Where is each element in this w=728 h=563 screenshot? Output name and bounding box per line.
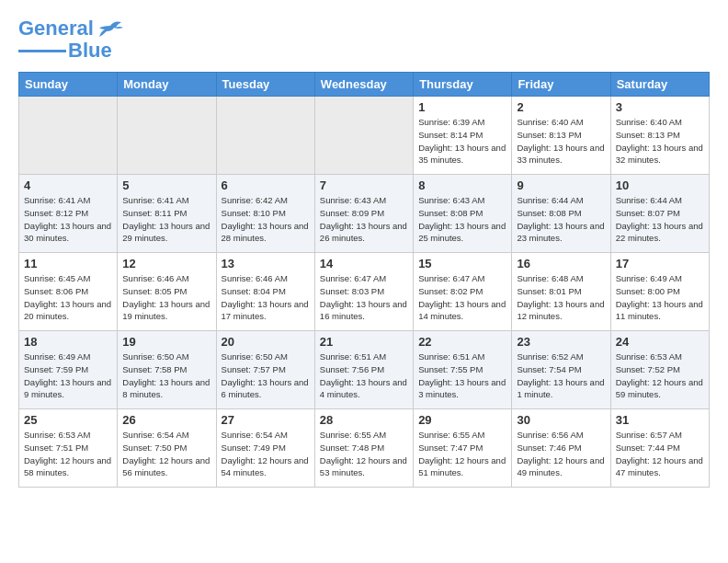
calendar-day-cell: 21Sunrise: 6:51 AMSunset: 7:56 PMDayligh… [314,331,413,409]
day-number: 29 [418,413,506,427]
calendar-day-cell: 26Sunrise: 6:54 AMSunset: 7:50 PMDayligh… [118,409,216,488]
day-info: Sunrise: 6:50 AMSunset: 7:57 PMDaylight:… [222,350,310,401]
calendar-day-cell: 18Sunrise: 6:49 AMSunset: 7:59 PMDayligh… [19,331,118,409]
calendar-day-cell: 3Sunrise: 6:40 AMSunset: 8:13 PMDaylight… [610,97,709,175]
calendar-day-cell: 4Sunrise: 6:41 AMSunset: 8:12 PMDaylight… [19,175,118,253]
day-info: Sunrise: 6:53 AMSunset: 7:51 PMDaylight:… [24,429,112,479]
day-number: 17 [616,257,704,270]
calendar-day-cell: 14Sunrise: 6:47 AMSunset: 8:03 PMDayligh… [314,253,413,331]
day-info: Sunrise: 6:54 AMSunset: 7:49 PMDaylight:… [222,429,310,479]
calendar-day-cell: 17Sunrise: 6:49 AMSunset: 8:00 PMDayligh… [610,253,709,331]
day-info: Sunrise: 6:50 AMSunset: 7:58 PMDaylight:… [122,350,210,401]
day-info: Sunrise: 6:49 AMSunset: 8:00 PMDaylight:… [616,272,704,323]
calendar-day-cell [118,97,216,175]
day-info: Sunrise: 6:42 AMSunset: 8:10 PMDaylight:… [222,194,310,245]
day-info: Sunrise: 6:53 AMSunset: 7:52 PMDaylight:… [616,350,704,401]
day-number: 26 [122,413,210,427]
day-info: Sunrise: 6:55 AMSunset: 7:48 PMDaylight:… [320,429,408,479]
calendar-day-cell: 20Sunrise: 6:50 AMSunset: 7:57 PMDayligh… [216,331,314,409]
day-number: 7 [320,178,408,192]
col-header-thursday: Thursday [414,73,512,97]
calendar-week-row: 4Sunrise: 6:41 AMSunset: 8:12 PMDaylight… [19,175,710,253]
day-number: 9 [517,178,605,192]
day-number: 3 [616,100,704,114]
day-number: 19 [122,335,210,349]
calendar-day-cell: 30Sunrise: 6:56 AMSunset: 7:46 PMDayligh… [512,409,610,488]
page-header: General Blue [18,18,710,63]
col-header-tuesday: Tuesday [216,73,314,97]
calendar-day-cell: 10Sunrise: 6:44 AMSunset: 8:07 PMDayligh… [610,175,709,253]
day-info: Sunrise: 6:45 AMSunset: 8:06 PMDaylight:… [24,272,112,323]
day-number: 5 [122,178,210,192]
day-number: 12 [122,257,210,270]
calendar-day-cell: 11Sunrise: 6:45 AMSunset: 8:06 PMDayligh… [19,253,118,331]
calendar-day-cell: 23Sunrise: 6:52 AMSunset: 7:54 PMDayligh… [512,331,610,409]
calendar-day-cell: 13Sunrise: 6:46 AMSunset: 8:04 PMDayligh… [216,253,314,331]
day-info: Sunrise: 6:51 AMSunset: 7:56 PMDaylight:… [320,350,408,401]
calendar-table: SundayMondayTuesdayWednesdayThursdayFrid… [18,72,710,488]
day-number: 31 [616,413,704,427]
calendar-week-row: 1Sunrise: 6:39 AMSunset: 8:14 PMDaylight… [19,97,710,175]
calendar-day-cell: 5Sunrise: 6:41 AMSunset: 8:11 PMDaylight… [118,175,216,253]
calendar-day-cell: 28Sunrise: 6:55 AMSunset: 7:48 PMDayligh… [314,409,413,488]
calendar-day-cell: 29Sunrise: 6:55 AMSunset: 7:47 PMDayligh… [414,409,512,488]
day-number: 11 [24,257,112,270]
day-number: 21 [320,335,408,349]
day-info: Sunrise: 6:39 AMSunset: 8:14 PMDaylight:… [418,116,506,167]
day-info: Sunrise: 6:41 AMSunset: 8:12 PMDaylight:… [24,194,112,245]
day-info: Sunrise: 6:51 AMSunset: 7:55 PMDaylight:… [418,350,506,401]
calendar-day-cell: 19Sunrise: 6:50 AMSunset: 7:58 PMDayligh… [118,331,216,409]
col-header-friday: Friday [512,73,610,97]
day-info: Sunrise: 6:47 AMSunset: 8:03 PMDaylight:… [320,272,408,323]
calendar-day-cell: 1Sunrise: 6:39 AMSunset: 8:14 PMDaylight… [414,97,512,175]
calendar-week-row: 18Sunrise: 6:49 AMSunset: 7:59 PMDayligh… [19,331,710,409]
calendar-header-row: SundayMondayTuesdayWednesdayThursdayFrid… [19,73,710,97]
day-number: 2 [517,100,605,114]
day-info: Sunrise: 6:57 AMSunset: 7:44 PMDaylight:… [616,429,704,479]
day-info: Sunrise: 6:43 AMSunset: 8:08 PMDaylight:… [418,194,506,245]
logo-text: General [18,18,94,39]
day-info: Sunrise: 6:52 AMSunset: 7:54 PMDaylight:… [517,350,605,401]
calendar-day-cell: 27Sunrise: 6:54 AMSunset: 7:49 PMDayligh… [216,409,314,488]
day-info: Sunrise: 6:44 AMSunset: 8:07 PMDaylight:… [616,194,704,245]
logo: General Blue [18,18,123,63]
logo-bird-icon [97,18,123,39]
day-info: Sunrise: 6:54 AMSunset: 7:50 PMDaylight:… [122,429,210,479]
day-info: Sunrise: 6:40 AMSunset: 8:13 PMDaylight:… [616,116,704,167]
day-info: Sunrise: 6:49 AMSunset: 7:59 PMDaylight:… [24,350,112,401]
day-number: 23 [517,335,605,349]
day-number: 27 [222,413,310,427]
col-header-wednesday: Wednesday [314,73,413,97]
day-number: 15 [418,257,506,270]
calendar-week-row: 11Sunrise: 6:45 AMSunset: 8:06 PMDayligh… [19,253,710,331]
logo-blue: Blue [68,39,112,63]
col-header-saturday: Saturday [610,73,709,97]
calendar-day-cell: 8Sunrise: 6:43 AMSunset: 8:08 PMDaylight… [414,175,512,253]
day-info: Sunrise: 6:56 AMSunset: 7:46 PMDaylight:… [517,429,605,479]
day-number: 14 [320,257,408,270]
calendar-day-cell: 16Sunrise: 6:48 AMSunset: 8:01 PMDayligh… [512,253,610,331]
day-info: Sunrise: 6:44 AMSunset: 8:08 PMDaylight:… [517,194,605,245]
day-number: 25 [24,413,112,427]
day-info: Sunrise: 6:46 AMSunset: 8:04 PMDaylight:… [222,272,310,323]
calendar-day-cell: 7Sunrise: 6:43 AMSunset: 8:09 PMDaylight… [314,175,413,253]
calendar-day-cell: 15Sunrise: 6:47 AMSunset: 8:02 PMDayligh… [414,253,512,331]
day-number: 18 [24,335,112,349]
calendar-day-cell [314,97,413,175]
day-info: Sunrise: 6:46 AMSunset: 8:05 PMDaylight:… [122,272,210,323]
calendar-day-cell: 6Sunrise: 6:42 AMSunset: 8:10 PMDaylight… [216,175,314,253]
calendar-day-cell: 12Sunrise: 6:46 AMSunset: 8:05 PMDayligh… [118,253,216,331]
calendar-day-cell: 25Sunrise: 6:53 AMSunset: 7:51 PMDayligh… [19,409,118,488]
calendar-day-cell: 9Sunrise: 6:44 AMSunset: 8:08 PMDaylight… [512,175,610,253]
day-number: 16 [517,257,605,270]
day-info: Sunrise: 6:43 AMSunset: 8:09 PMDaylight:… [320,194,408,245]
calendar-day-cell: 2Sunrise: 6:40 AMSunset: 8:13 PMDaylight… [512,97,610,175]
day-info: Sunrise: 6:40 AMSunset: 8:13 PMDaylight:… [517,116,605,167]
calendar-day-cell [216,97,314,175]
day-info: Sunrise: 6:47 AMSunset: 8:02 PMDaylight:… [418,272,506,323]
day-info: Sunrise: 6:55 AMSunset: 7:47 PMDaylight:… [418,429,506,479]
day-number: 20 [222,335,310,349]
day-number: 4 [24,178,112,192]
calendar-day-cell: 31Sunrise: 6:57 AMSunset: 7:44 PMDayligh… [610,409,709,488]
day-number: 6 [222,178,310,192]
